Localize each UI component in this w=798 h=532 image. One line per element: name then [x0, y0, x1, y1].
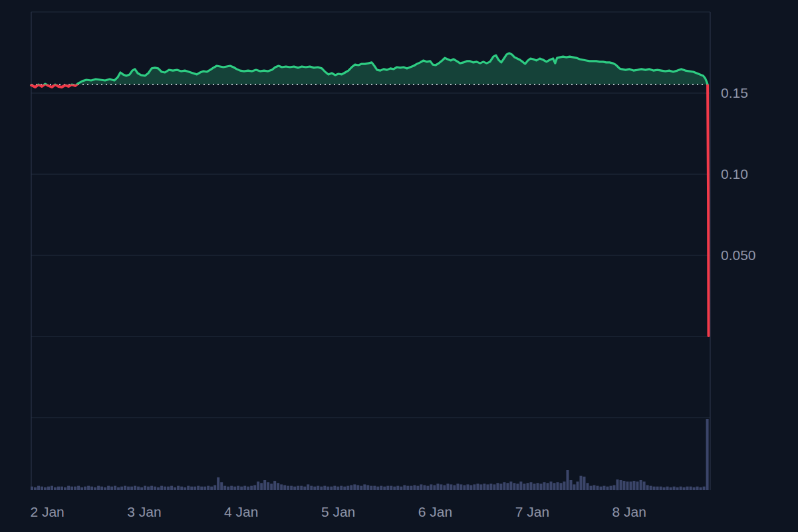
volume-bar: [643, 481, 646, 490]
volume-bar: [74, 487, 76, 490]
volume-bar: [117, 487, 120, 490]
volume-bar: [327, 487, 329, 490]
volume-bar: [51, 486, 53, 490]
volume-bar: [164, 487, 166, 490]
volume-bar: [180, 487, 183, 490]
volume-bar: [533, 483, 536, 490]
volume-bar: [317, 486, 319, 490]
volume-bar: [210, 487, 213, 490]
volume-bar: [253, 485, 256, 491]
volume-bar: [577, 481, 579, 490]
volume-bar: [623, 481, 626, 490]
volume-bar: [433, 485, 436, 491]
volume-bar: [77, 486, 80, 490]
volume-bar: [336, 487, 339, 490]
volume-bar: [676, 487, 679, 490]
volume-bar: [233, 487, 236, 490]
volume-bar: [613, 485, 616, 491]
volume-bar: [280, 484, 283, 490]
volume-bar: [70, 487, 73, 490]
volume-bar: [700, 487, 702, 490]
volume-bar: [413, 485, 416, 491]
price-chart[interactable]: 0.150.100.050 2 Jan3 Jan4 Jan5 Jan6 Jan7…: [0, 0, 798, 532]
volume-bar: [267, 482, 269, 490]
volume-bar: [134, 486, 136, 490]
volume-bar: [90, 487, 93, 490]
x-axis-tick-label: 8 Jan: [612, 504, 646, 519]
volume-bar: [137, 487, 140, 490]
volume-bar: [620, 480, 622, 490]
volume-bar: [313, 487, 316, 490]
volume-bar: [353, 484, 356, 490]
price-line-below-baseline: [31, 53, 709, 336]
volume-bar: [446, 483, 449, 490]
volume-bar: [100, 487, 103, 490]
volume-bar: [47, 487, 50, 490]
volume-bar: [343, 487, 346, 490]
x-axis-tick-label: 4 Jan: [224, 504, 258, 519]
volume-bar: [303, 487, 306, 490]
volume-bar: [194, 487, 196, 490]
volume-bar: [197, 486, 200, 490]
volume-bar: [633, 481, 636, 490]
volume-bar: [287, 486, 289, 490]
volume-bar: [373, 486, 376, 490]
volume-bar: [177, 486, 180, 490]
volume-bar: [94, 487, 96, 490]
volume-bar: [603, 486, 606, 490]
volume-bar: [440, 484, 442, 490]
volume-bar: [509, 481, 512, 490]
volume-bar: [277, 483, 279, 490]
volume-bar: [297, 486, 299, 490]
volume-bar: [64, 487, 66, 490]
volume-bar: [144, 486, 146, 490]
volume-bar: [290, 486, 293, 490]
volume-bar: [570, 480, 573, 490]
volume-bar: [393, 487, 396, 490]
volume-bar: [140, 487, 143, 490]
volume-bar: [57, 487, 60, 490]
volume-bar: [663, 487, 666, 490]
volume-bar: [270, 483, 273, 490]
volume-bars: [31, 419, 709, 490]
volume-bar: [333, 486, 336, 490]
volume-bar: [493, 484, 495, 490]
volume-bar: [150, 486, 153, 490]
volume-bar: [386, 486, 389, 490]
volume-bar: [557, 482, 559, 490]
volume-bar: [466, 484, 469, 490]
volume-bar: [147, 487, 150, 490]
volume-bar: [656, 487, 659, 490]
volume-bar: [610, 486, 612, 490]
volume-bar: [307, 484, 309, 490]
volume-bar: [530, 482, 533, 490]
volume-bar: [636, 481, 639, 490]
volume-bar: [423, 485, 426, 491]
volume-bar: [473, 484, 475, 490]
volume-bar: [486, 484, 489, 490]
volume-bar: [54, 487, 57, 490]
x-axis-tick-label: 5 Jan: [321, 504, 355, 519]
price-chart-panel: 0.150.100.050 2 Jan3 Jan4 Jan5 Jan6 Jan7…: [0, 0, 798, 532]
volume-bar: [563, 481, 566, 490]
volume-bar: [456, 483, 459, 490]
volume-bar: [310, 486, 313, 490]
volume-bar: [540, 483, 543, 490]
volume-bar: [583, 477, 586, 490]
volume-bar: [263, 480, 266, 490]
volume-bar: [257, 481, 259, 490]
volume-bar: [606, 487, 609, 490]
volume-bar: [366, 485, 369, 491]
volume-bar: [553, 483, 556, 490]
volume-bar: [356, 485, 359, 491]
volume-bar: [693, 487, 696, 490]
volume-bar: [220, 482, 223, 490]
volume-bar: [31, 487, 33, 490]
volume-bar: [416, 486, 419, 490]
volume-bar: [247, 487, 249, 490]
volume-bar: [250, 486, 253, 490]
volume-bar: [240, 487, 243, 490]
volume-bar: [519, 481, 522, 490]
volume-bar: [443, 485, 446, 491]
volume-bar: [587, 483, 589, 490]
